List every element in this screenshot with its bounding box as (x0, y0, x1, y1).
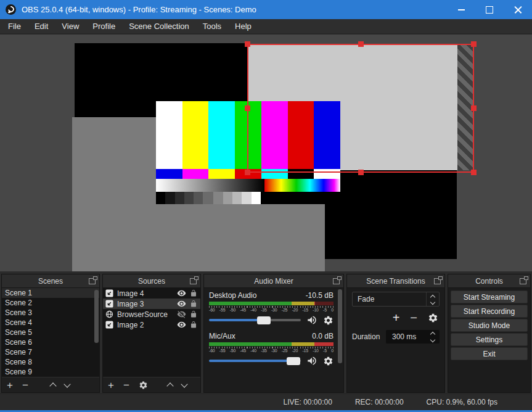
scene-transitions-body: Fade + − Duration 300 ms (347, 288, 444, 392)
audio-mixer-header[interactable]: Audio Mixer (204, 274, 343, 288)
speaker-icon[interactable] (306, 315, 317, 326)
menu-scene-collection[interactable]: Scene Collection (122, 19, 196, 34)
volume-slider-handle[interactable] (287, 357, 300, 365)
duration-label: Duration (352, 332, 381, 341)
exit-button[interactable]: Exit (451, 347, 528, 360)
preview-source-black-bottom-right[interactable] (325, 170, 457, 259)
move-source-down-button[interactable] (181, 381, 187, 387)
volume-slider[interactable] (209, 319, 301, 321)
channel-gear-icon[interactable] (323, 315, 334, 326)
minimize-button[interactable] (447, 0, 475, 19)
sources-panel-header[interactable]: Sources (103, 274, 200, 288)
menu-help[interactable]: Help (228, 19, 258, 34)
eye-icon[interactable] (177, 320, 186, 329)
move-source-up-button[interactable] (166, 382, 173, 389)
selection-handle[interactable] (245, 41, 250, 47)
scene-list-item[interactable]: Scene 2 (2, 298, 99, 308)
chevron-up-icon (430, 294, 435, 299)
controls-header[interactable]: Controls (448, 274, 530, 288)
scene-transitions-header[interactable]: Scene Transitions (347, 274, 444, 288)
menu-edit[interactable]: Edit (28, 19, 55, 34)
start-recording-button[interactable]: Start Recording (451, 305, 528, 318)
scenes-scrollbar[interactable] (94, 290, 99, 343)
source-name: Image 3 (117, 300, 173, 308)
audio-mixer-body: Desktop Audio -10.5 dB -60-55-50-45-40-3… (204, 288, 343, 392)
scene-list-item[interactable]: Scene 8 (2, 357, 99, 367)
speaker-icon[interactable] (306, 355, 317, 366)
selection-handle[interactable] (245, 170, 250, 175)
menu-file[interactable]: File (1, 19, 28, 34)
source-list-item[interactable]: Image 3 (103, 299, 200, 309)
scene-list-item[interactable]: Scene 5 (2, 328, 99, 337)
settings-button[interactable]: Settings (451, 333, 528, 346)
volume-meter (209, 302, 334, 305)
move-scene-up-button[interactable] (49, 382, 56, 389)
source-name: BrowserSource (117, 310, 173, 319)
mixer-scrollbar[interactable] (338, 289, 342, 363)
mixer-channel-mic-aux: Mic/Aux 0.0 dB -60-55-50-45-40-35-30-25-… (209, 332, 334, 366)
source-selection-outline[interactable] (247, 44, 474, 173)
selection-handle[interactable] (358, 41, 364, 47)
selection-handle[interactable] (471, 170, 477, 175)
scene-list-item[interactable]: Scene 6 (2, 337, 99, 347)
obs-window: OBS 25.0.4 (64-bit, windows) - Profile: … (0, 0, 532, 412)
selection-handle[interactable] (471, 41, 477, 47)
start-streaming-button[interactable]: Start Streaming (451, 290, 528, 303)
menu-view[interactable]: View (55, 19, 86, 34)
scene-list-item[interactable]: Scene 3 (2, 308, 99, 318)
source-list-item[interactable]: Image 2 (103, 319, 200, 330)
image-source-icon (105, 321, 113, 329)
studio-mode-button[interactable]: Studio Mode (451, 319, 528, 332)
docks-area: Scenes Scene 1 Scene 2 Scene 3 Scene 4 S… (0, 274, 532, 393)
remove-transition-button[interactable]: − (410, 313, 417, 323)
remove-scene-button[interactable]: − (22, 380, 28, 390)
source-list-item[interactable]: Image 4 (103, 288, 200, 299)
remove-source-button[interactable]: − (123, 380, 129, 390)
lock-open-icon[interactable] (190, 289, 197, 297)
close-button[interactable] (504, 0, 532, 19)
scene-list-item[interactable]: Scene 4 (2, 318, 99, 328)
add-scene-button[interactable]: + (7, 380, 13, 390)
source-properties-gear-icon[interactable] (139, 381, 148, 390)
popout-icon[interactable] (434, 278, 441, 284)
scene-list-item[interactable]: Scene 9 (2, 367, 99, 377)
menu-tools[interactable]: Tools (196, 19, 228, 34)
lock-open-icon[interactable] (190, 310, 197, 318)
scenes-panel-header[interactable]: Scenes (2, 274, 99, 288)
volume-slider[interactable] (209, 360, 301, 362)
channel-gear-icon[interactable] (323, 356, 334, 366)
preview-canvas[interactable] (0, 35, 532, 271)
scene-transitions-panel: Scene Transitions Fade + − Durati (346, 274, 445, 393)
eye-icon[interactable] (177, 299, 186, 308)
transition-select-dropdown[interactable] (426, 292, 439, 306)
spin-down-icon[interactable] (430, 337, 435, 342)
menu-profile[interactable]: Profile (86, 19, 122, 34)
source-list-item[interactable]: BrowserSource (103, 309, 200, 319)
spin-up-icon[interactable] (430, 332, 435, 337)
scene-list-item[interactable]: Scene 7 (2, 347, 99, 357)
add-source-button[interactable]: + (108, 380, 114, 390)
lock-open-icon[interactable] (190, 321, 197, 329)
popout-icon[interactable] (89, 278, 96, 284)
channel-name: Mic/Aux (209, 332, 235, 340)
audio-mixer-panel: Audio Mixer Desktop Audio -10.5 dB -60-5… (203, 274, 344, 393)
transition-select[interactable]: Fade (352, 292, 440, 307)
add-transition-button[interactable]: + (393, 313, 400, 323)
scene-list-item[interactable]: Scene 1 (2, 288, 99, 298)
move-scene-down-button[interactable] (63, 381, 70, 387)
transition-properties-gear-icon[interactable] (428, 313, 438, 323)
eye-icon[interactable] (177, 289, 186, 298)
selection-handle[interactable] (471, 105, 477, 111)
selection-handle[interactable] (245, 105, 250, 111)
volume-meter (209, 342, 334, 346)
maximize-button[interactable] (475, 0, 504, 19)
lock-open-icon[interactable] (190, 300, 197, 308)
selection-handle[interactable] (358, 170, 364, 175)
eye-off-icon[interactable] (177, 310, 186, 319)
meter-tick-labels: -60-55-50-45-40-35-30-25-20-15-10-50 (209, 308, 334, 312)
popout-icon[interactable] (520, 278, 526, 284)
popout-icon[interactable] (333, 278, 340, 284)
volume-slider-handle[interactable] (257, 316, 271, 324)
duration-spinbox[interactable]: 300 ms (386, 330, 440, 344)
popout-icon[interactable] (190, 278, 197, 284)
